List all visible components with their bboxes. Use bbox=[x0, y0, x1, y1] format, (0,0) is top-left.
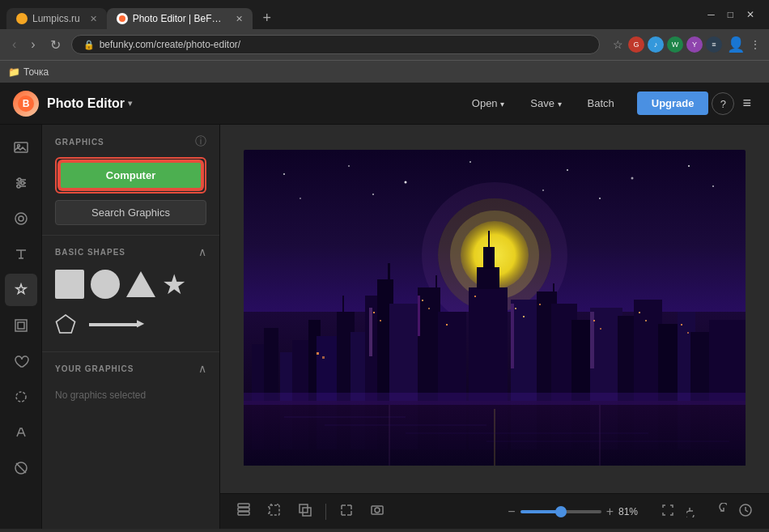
new-tab-button[interactable]: + bbox=[256, 6, 278, 29]
close-button[interactable]: ✕ bbox=[740, 7, 761, 22]
shape-circle[interactable] bbox=[91, 270, 120, 299]
sidebar-icon-frames[interactable] bbox=[5, 309, 37, 342]
svg-rect-44 bbox=[342, 296, 344, 313]
zoom-slider[interactable] bbox=[520, 510, 601, 513]
photo-button[interactable] bbox=[367, 500, 388, 524]
crop-button[interactable] bbox=[264, 500, 285, 524]
computer-btn-highlight: Computer bbox=[55, 157, 206, 194]
svg-rect-88 bbox=[687, 332, 689, 334]
tab-label-befunky: Photo Editor | BeFunky: Free Onl... bbox=[133, 13, 226, 24]
svg-point-30 bbox=[599, 198, 601, 199]
svg-rect-87 bbox=[681, 324, 682, 326]
sidebar-icon-graphics[interactable] bbox=[5, 274, 37, 306]
sidebar-icon-adjustments[interactable] bbox=[5, 167, 37, 199]
toolbar-separator bbox=[325, 504, 326, 520]
svg-rect-68 bbox=[369, 308, 372, 356]
sidebar-icon-text[interactable] bbox=[5, 238, 37, 270]
redo-button[interactable] bbox=[709, 500, 730, 524]
open-button[interactable]: Open ▾ bbox=[461, 92, 516, 114]
maximize-button[interactable]: □ bbox=[721, 7, 740, 22]
minimize-button[interactable]: ─ bbox=[701, 7, 721, 22]
svg-point-105 bbox=[375, 508, 380, 513]
computer-button[interactable]: Computer bbox=[59, 161, 202, 189]
svg-rect-13 bbox=[15, 320, 27, 331]
shapes-collapse-button[interactable]: ∧ bbox=[198, 245, 206, 258]
app-header: B Photo Editor ▾ Open ▾ Save ▾ Batch Upg… bbox=[0, 83, 769, 125]
upgrade-button[interactable]: Upgrade bbox=[637, 92, 709, 115]
shape-star[interactable]: ★ bbox=[162, 270, 186, 298]
address-bar[interactable]: 🔒 befunky.com/create/photo-editor/ bbox=[71, 35, 600, 54]
save-button[interactable]: Save ▾ bbox=[519, 92, 572, 114]
shape-pentagon[interactable]: ⬠ bbox=[55, 310, 76, 338]
history-button[interactable] bbox=[735, 500, 756, 524]
bookmark-folder-icon: 📁 bbox=[8, 66, 20, 78]
fit-button[interactable] bbox=[657, 500, 678, 524]
sidebar-icon-effects[interactable] bbox=[5, 202, 37, 235]
shape-arrow-line[interactable] bbox=[89, 323, 138, 326]
svg-rect-69 bbox=[418, 296, 420, 336]
city-scene-svg bbox=[244, 150, 746, 466]
bookmark-star-button[interactable]: ☆ bbox=[613, 38, 623, 51]
app-title-container[interactable]: Photo Editor ▾ bbox=[47, 96, 132, 111]
graphics-info-button[interactable]: ⓘ bbox=[195, 134, 206, 149]
tab-label-lumpics: Lumpics.ru bbox=[32, 13, 80, 24]
header-nav: Open ▾ Save ▾ Batch Upgrade ? ≡ bbox=[461, 90, 756, 117]
sidebar-icon-shapes[interactable] bbox=[5, 381, 37, 413]
back-button[interactable]: ‹ bbox=[8, 36, 20, 53]
graphics-panel: GRAPHICS ⓘ Computer Search Graphics BASI… bbox=[42, 125, 220, 529]
svg-rect-100 bbox=[238, 504, 249, 507]
svg-rect-78 bbox=[446, 324, 448, 326]
svg-point-26 bbox=[712, 185, 714, 187]
graphics-section: GRAPHICS ⓘ Computer Search Graphics bbox=[42, 125, 219, 235]
svg-point-19 bbox=[283, 173, 285, 175]
svg-point-29 bbox=[542, 189, 544, 191]
app-logo: B bbox=[13, 91, 39, 117]
resize-button[interactable] bbox=[295, 500, 316, 524]
batch-button[interactable]: Batch bbox=[576, 92, 626, 114]
your-graphics-collapse-button[interactable]: ∧ bbox=[198, 362, 206, 375]
browser-tab-befunky[interactable]: Photo Editor | BeFunky: Free Onl... ✕ bbox=[107, 8, 253, 29]
ext4-icon: Y bbox=[686, 36, 703, 53]
basic-shapes-title: BASIC SHAPES bbox=[55, 248, 125, 257]
graphics-section-title: GRAPHICS bbox=[55, 138, 104, 147]
svg-point-15 bbox=[16, 392, 26, 402]
sidebar-icon-arttext[interactable] bbox=[5, 416, 37, 449]
zoom-out-button[interactable]: − bbox=[508, 504, 515, 519]
sidebar-icon-erase[interactable] bbox=[5, 452, 37, 484]
browser-menu-button[interactable]: ⋮ bbox=[750, 38, 761, 51]
svg-point-22 bbox=[469, 161, 471, 163]
layers-button[interactable] bbox=[233, 500, 254, 524]
user-profile-button[interactable]: 👤 bbox=[727, 36, 745, 53]
svg-point-25 bbox=[688, 165, 690, 167]
ext3-icon: W bbox=[667, 36, 683, 53]
svg-point-10 bbox=[17, 185, 20, 188]
svg-point-20 bbox=[348, 165, 350, 167]
browser-tab-lumpics[interactable]: Lumpics.ru ✕ bbox=[6, 8, 107, 29]
search-graphics-button[interactable]: Search Graphics bbox=[55, 200, 206, 225]
tab-close-lumpics[interactable]: ✕ bbox=[90, 14, 97, 24]
svg-rect-101 bbox=[270, 505, 279, 515]
svg-point-23 bbox=[567, 169, 568, 171]
forward-button[interactable]: › bbox=[27, 36, 39, 53]
your-graphics-section: YOUR GRAPHICS ∧ No graphics selected bbox=[42, 351, 219, 417]
reload-button[interactable]: ↻ bbox=[46, 36, 65, 54]
menu-button[interactable]: ≡ bbox=[737, 90, 756, 117]
undo-button[interactable] bbox=[683, 500, 704, 524]
zoom-in-button[interactable]: + bbox=[606, 504, 614, 519]
tab-close-befunky[interactable]: ✕ bbox=[236, 14, 243, 24]
svg-rect-81 bbox=[523, 316, 525, 317]
svg-rect-86 bbox=[645, 320, 647, 321]
canvas-container[interactable] bbox=[220, 125, 769, 493]
sidebar-icon-photo[interactable] bbox=[5, 131, 37, 164]
svg-rect-70 bbox=[511, 304, 514, 368]
help-button[interactable]: ? bbox=[712, 92, 734, 115]
shape-triangle[interactable] bbox=[126, 271, 155, 297]
svg-rect-103 bbox=[303, 508, 311, 516]
svg-rect-77 bbox=[428, 308, 430, 309]
expand-button[interactable] bbox=[336, 500, 357, 524]
sidebar-icon-favorites[interactable] bbox=[5, 345, 37, 377]
shape-square[interactable] bbox=[55, 270, 84, 299]
svg-rect-14 bbox=[18, 322, 24, 329]
bookmark-label[interactable]: Точка bbox=[23, 66, 49, 78]
svg-rect-53 bbox=[477, 267, 499, 289]
